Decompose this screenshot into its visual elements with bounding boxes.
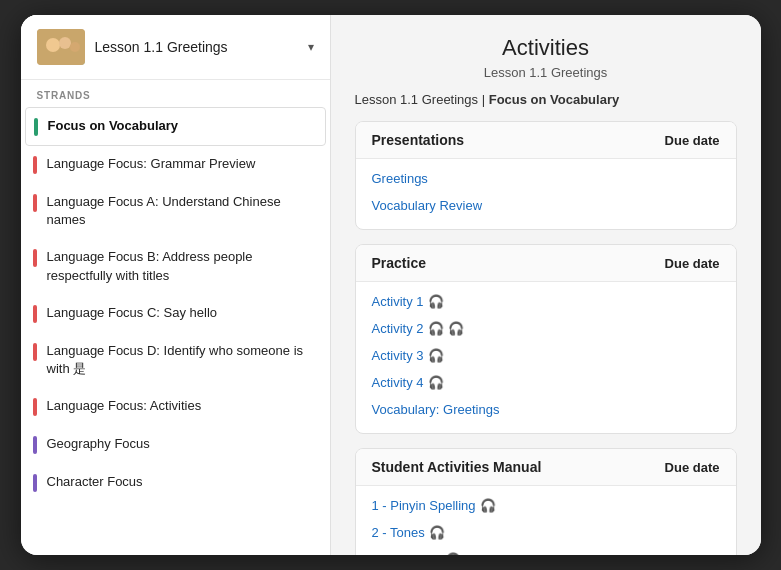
activity-label: Vocabulary Review: [372, 198, 483, 213]
audio-icon: 🎧: [428, 294, 444, 309]
strands-label: STRANDS: [21, 80, 330, 107]
activity-link-activity3[interactable]: Activity 3 🎧: [372, 342, 720, 369]
strand-bar: [33, 474, 37, 492]
activity-link-pinyin[interactable]: 1 - Pinyin Spelling 🎧: [372, 492, 720, 519]
section-body-practice: Activity 1 🎧Activity 2 🎧 🎧Activity 3 🎧Ac…: [356, 282, 736, 433]
section-presentations: PresentationsDue dateGreetingsVocabulary…: [355, 121, 737, 230]
strand-bar: [33, 343, 37, 361]
strand-bar: [33, 194, 37, 212]
activity-link-greetings[interactable]: Greetings: [372, 165, 720, 192]
section-due-label: Due date: [665, 133, 720, 148]
sidebar-item-say-hello[interactable]: Language Focus C: Say hello: [21, 295, 330, 333]
sidebar-item-chinese-names[interactable]: Language Focus A: Understand Chinese nam…: [21, 184, 330, 239]
section-body-sam: 1 - Pinyin Spelling 🎧2 - Tones 🎧3 - Dict…: [356, 486, 736, 555]
section-sam: Student Activities ManualDue date1 - Pin…: [355, 448, 737, 555]
section-due-label: Due date: [665, 460, 720, 475]
section-title: Student Activities Manual: [372, 459, 542, 475]
chevron-down-icon: ▾: [308, 40, 314, 54]
strand-item-label: Focus on Vocabulary: [48, 117, 179, 135]
sidebar-item-focus-vocabulary[interactable]: Focus on Vocabulary: [25, 107, 326, 146]
sidebar-item-activities[interactable]: Language Focus: Activities: [21, 388, 330, 426]
strand-bar: [33, 156, 37, 174]
activity-label: Activity 4: [372, 375, 424, 390]
audio-icon: 🎧: [428, 348, 444, 363]
strand-item-label: Language Focus: Activities: [47, 397, 202, 415]
audio-icon: 🎧: [448, 321, 464, 336]
strand-bar: [33, 249, 37, 267]
strand-bar: [34, 118, 38, 136]
activity-link-dictation[interactable]: 3 - Dictation 🎧: [372, 546, 720, 555]
sidebar-item-grammar-preview[interactable]: Language Focus: Grammar Preview: [21, 146, 330, 184]
activity-label: Activity 1: [372, 294, 424, 309]
strand-item-label: Geography Focus: [47, 435, 150, 453]
section-due-label: Due date: [665, 256, 720, 271]
activity-link-activity2[interactable]: Activity 2 🎧 🎧: [372, 315, 720, 342]
activity-link-vocab-greetings[interactable]: Vocabulary: Greetings: [372, 396, 720, 423]
section-header-sam: Student Activities ManualDue date: [356, 449, 736, 486]
strand-item-label: Language Focus B: Address people respect…: [47, 248, 314, 284]
lesson-thumbnail: [37, 29, 85, 65]
audio-icon: 🎧: [445, 552, 461, 555]
section-title: Presentations: [372, 132, 465, 148]
breadcrumb-strand: Focus on Vocabulary: [489, 92, 620, 107]
lesson-title: Lesson 1.1 Greetings: [95, 39, 300, 55]
activity-link-vocab-review[interactable]: Vocabulary Review: [372, 192, 720, 219]
strand-list: Focus on VocabularyLanguage Focus: Gramm…: [21, 107, 330, 555]
activity-link-activity1[interactable]: Activity 1 🎧: [372, 288, 720, 315]
lesson-header[interactable]: Lesson 1.1 Greetings ▾: [21, 15, 330, 80]
sidebar-item-geography-focus[interactable]: Geography Focus: [21, 426, 330, 464]
activities-subtitle: Lesson 1.1 Greetings: [355, 65, 737, 80]
activity-label: Activity 3: [372, 348, 424, 363]
section-header-practice: PracticeDue date: [356, 245, 736, 282]
strand-item-label: Language Focus D: Identify who someone i…: [47, 342, 314, 378]
strand-bar: [33, 398, 37, 416]
svg-point-2: [59, 37, 71, 49]
breadcrumb-separator: |: [478, 92, 489, 107]
strand-item-label: Language Focus: Grammar Preview: [47, 155, 256, 173]
activity-link-tones[interactable]: 2 - Tones 🎧: [372, 519, 720, 546]
activity-link-activity4[interactable]: Activity 4 🎧: [372, 369, 720, 396]
section-title: Practice: [372, 255, 426, 271]
strand-item-label: Language Focus A: Understand Chinese nam…: [47, 193, 314, 229]
strand-bar: [33, 436, 37, 454]
activity-label: 3 - Dictation: [372, 552, 441, 555]
audio-icon: 🎧: [428, 321, 444, 336]
sidebar-item-address-people[interactable]: Language Focus B: Address people respect…: [21, 239, 330, 294]
strand-item-label: Character Focus: [47, 473, 143, 491]
audio-icon: 🎧: [429, 525, 445, 540]
section-header-presentations: PresentationsDue date: [356, 122, 736, 159]
activities-title: Activities: [355, 35, 737, 61]
activity-label: Activity 2: [372, 321, 424, 336]
sidebar: Lesson 1.1 Greetings ▾ STRANDS Focus on …: [21, 15, 331, 555]
strand-bar: [33, 305, 37, 323]
activity-label: Greetings: [372, 171, 428, 186]
section-body-presentations: GreetingsVocabulary Review: [356, 159, 736, 229]
svg-point-1: [46, 38, 60, 52]
section-practice: PracticeDue dateActivity 1 🎧Activity 2 🎧…: [355, 244, 737, 434]
app-container: Lesson 1.1 Greetings ▾ STRANDS Focus on …: [21, 15, 761, 555]
svg-point-3: [70, 42, 80, 52]
breadcrumb-lesson: Lesson 1.1 Greetings: [355, 92, 479, 107]
sidebar-item-identify-who[interactable]: Language Focus D: Identify who someone i…: [21, 333, 330, 388]
activity-label: Vocabulary: Greetings: [372, 402, 500, 417]
activity-label: 1 - Pinyin Spelling: [372, 498, 476, 513]
activity-label: 2 - Tones: [372, 525, 425, 540]
strand-item-label: Language Focus C: Say hello: [47, 304, 218, 322]
audio-icon: 🎧: [428, 375, 444, 390]
main-content: Activities Lesson 1.1 Greetings Lesson 1…: [331, 15, 761, 555]
sidebar-item-character-focus[interactable]: Character Focus: [21, 464, 330, 502]
audio-icon: 🎧: [480, 498, 496, 513]
sections-container: PresentationsDue dateGreetingsVocabulary…: [355, 121, 737, 555]
breadcrumb: Lesson 1.1 Greetings | Focus on Vocabula…: [355, 92, 737, 107]
